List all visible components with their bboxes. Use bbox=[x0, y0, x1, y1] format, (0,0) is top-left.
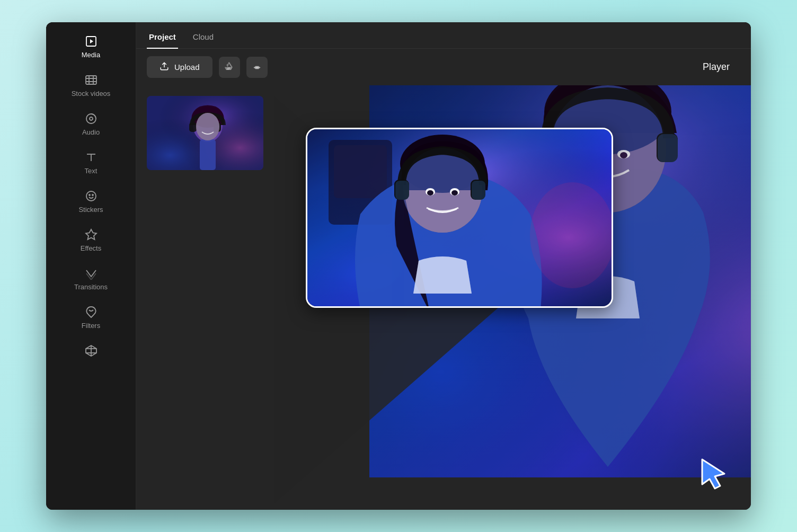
stock-videos-icon bbox=[85, 74, 98, 86]
svg-rect-51 bbox=[334, 145, 387, 198]
sidebar-item-label: Transitions bbox=[74, 283, 108, 291]
text-icon bbox=[85, 151, 98, 164]
sidebar-item-text[interactable]: Text bbox=[46, 144, 136, 182]
sidebar-item-filters[interactable]: Filters bbox=[46, 298, 136, 337]
media-area bbox=[136, 85, 751, 510]
svg-point-13 bbox=[92, 194, 93, 196]
filters-icon bbox=[85, 306, 98, 318]
sidebar-item-label: Stickers bbox=[78, 206, 103, 214]
main-content: Project Cloud Upload bbox=[136, 22, 751, 510]
svg-marker-65 bbox=[702, 459, 724, 489]
tabs-bar: Project Cloud bbox=[136, 22, 751, 49]
player-label: Player bbox=[703, 61, 730, 73]
tab-cloud[interactable]: Cloud bbox=[191, 26, 216, 49]
svg-point-64 bbox=[530, 182, 613, 288]
google-drive-button[interactable] bbox=[219, 57, 240, 78]
svg-point-39 bbox=[620, 152, 627, 158]
svg-point-58 bbox=[451, 190, 458, 196]
sidebar-item-effects[interactable]: Effects bbox=[46, 221, 136, 260]
svg-rect-2 bbox=[86, 76, 96, 84]
sidebar-item-3d[interactable] bbox=[46, 337, 136, 365]
player-image bbox=[307, 129, 613, 308]
sidebar-item-label: Media bbox=[82, 51, 100, 59]
transitions-icon bbox=[85, 267, 98, 280]
media-icon bbox=[85, 35, 98, 48]
3d-icon bbox=[85, 344, 98, 357]
google-drive-icon bbox=[224, 61, 235, 73]
sidebar-item-label: Audio bbox=[82, 128, 100, 136]
sidebar: Media Stock videos bbox=[46, 22, 136, 510]
cursor-icon bbox=[698, 457, 730, 489]
sidebar-item-stock-videos[interactable]: Stock videos bbox=[46, 66, 136, 105]
tab-project[interactable]: Project bbox=[147, 26, 178, 49]
sidebar-item-media[interactable]: Media bbox=[46, 28, 136, 66]
toolbar: Upload bbox=[136, 49, 751, 85]
upload-label: Upload bbox=[174, 63, 200, 72]
svg-point-27 bbox=[196, 113, 219, 140]
sidebar-item-label: Effects bbox=[81, 244, 102, 252]
svg-rect-62 bbox=[472, 181, 485, 200]
upload-icon bbox=[160, 61, 169, 73]
media-thumbnail[interactable] bbox=[147, 96, 263, 170]
svg-point-11 bbox=[86, 191, 96, 201]
sidebar-item-label: Filters bbox=[82, 322, 100, 330]
thumbnail-image bbox=[147, 96, 263, 170]
svg-rect-43 bbox=[658, 134, 678, 162]
svg-marker-14 bbox=[86, 229, 96, 240]
svg-point-57 bbox=[427, 190, 433, 196]
sidebar-item-stickers[interactable]: Stickers bbox=[46, 182, 136, 221]
svg-rect-24 bbox=[189, 122, 197, 132]
sidebar-item-label: Stock videos bbox=[72, 90, 111, 97]
dropbox-icon bbox=[252, 61, 262, 73]
sidebar-item-transitions[interactable]: Transitions bbox=[46, 260, 136, 298]
svg-marker-1 bbox=[90, 39, 93, 43]
upload-button[interactable]: Upload bbox=[147, 56, 212, 78]
svg-point-8 bbox=[90, 117, 93, 120]
player-frame[interactable] bbox=[306, 128, 613, 308]
dropbox-button[interactable] bbox=[246, 57, 268, 78]
sidebar-item-label: Text bbox=[85, 167, 98, 175]
effects-icon bbox=[85, 228, 98, 241]
thumbnail-container bbox=[147, 96, 263, 499]
player-area bbox=[274, 96, 740, 499]
svg-point-12 bbox=[89, 194, 90, 196]
svg-rect-23 bbox=[200, 139, 216, 170]
audio-icon bbox=[85, 112, 98, 125]
stickers-icon bbox=[85, 190, 98, 202]
sidebar-item-audio[interactable]: Audio bbox=[46, 105, 136, 144]
svg-rect-61 bbox=[395, 181, 409, 200]
app-window: Media Stock videos bbox=[46, 22, 751, 510]
